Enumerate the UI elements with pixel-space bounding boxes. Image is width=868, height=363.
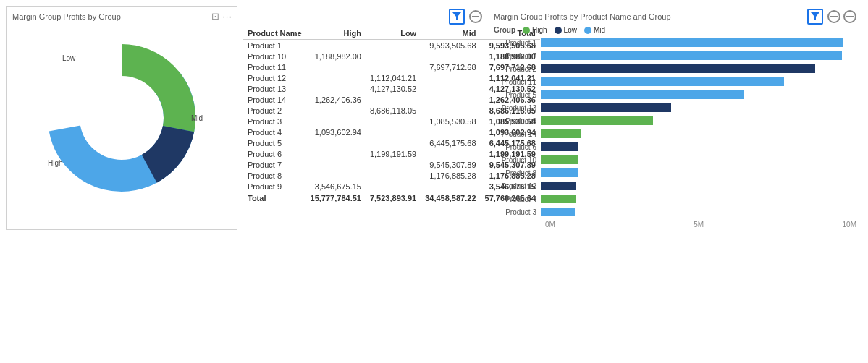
x-axis: 0M 5M 10M bbox=[494, 221, 856, 229]
bar-fill-mid bbox=[541, 38, 843, 47]
cell-low bbox=[366, 159, 421, 170]
bar-track bbox=[541, 181, 856, 191]
legend-group-label: Group bbox=[494, 26, 515, 34]
cell-high: 1,093,602.94 bbox=[306, 127, 366, 137]
bar-no-entry-icon[interactable] bbox=[843, 10, 856, 23]
bar-label: Product 3 bbox=[494, 208, 541, 216]
total-mid: 34,458,587.22 bbox=[421, 192, 480, 204]
donut-panel-toolbar: ⊡ ··· bbox=[211, 11, 232, 22]
cell-mid bbox=[421, 148, 480, 159]
cell-high: 1,262,406.36 bbox=[306, 94, 366, 105]
bar-filter-icon bbox=[811, 12, 819, 21]
cell-product-name: Product 5 bbox=[243, 137, 306, 148]
more-icon[interactable]: ··· bbox=[222, 11, 232, 22]
legend-high-label: High bbox=[48, 159, 63, 167]
bar-label: Product 5 bbox=[494, 91, 541, 99]
x-axis-labels: 0M 5M 10M bbox=[545, 221, 856, 229]
bar-track bbox=[541, 142, 856, 152]
cell-low bbox=[366, 51, 421, 61]
cell-low bbox=[366, 61, 421, 72]
cell-product-name: Product 3 bbox=[243, 116, 306, 127]
col-mid: Mid bbox=[421, 27, 480, 40]
col-high: High bbox=[306, 27, 366, 40]
bar-fill-mid bbox=[541, 208, 575, 216]
bar-clear-filter-icon[interactable] bbox=[827, 10, 840, 23]
cell-low bbox=[366, 127, 421, 137]
bar-legend: Group High Low Mid bbox=[494, 26, 856, 34]
bar-row: Product 8 bbox=[494, 167, 856, 179]
cell-mid bbox=[421, 181, 480, 192]
legend-low-dot bbox=[555, 27, 562, 34]
cell-high: 3,546,675.15 bbox=[306, 181, 366, 192]
bar-chart-panel: Margin Group Profits by Product Name and… bbox=[488, 6, 862, 231]
bar-label: Product 12 bbox=[494, 182, 541, 190]
cell-product-name: Product 4 bbox=[243, 127, 306, 137]
bar-row: Product 4 bbox=[494, 193, 856, 205]
bar-label: Product 7 bbox=[494, 52, 541, 60]
bar-row: Product 5 bbox=[494, 89, 856, 101]
cell-high bbox=[306, 61, 366, 72]
bar-chart-title: Margin Group Profits by Product Name and… bbox=[494, 12, 671, 21]
bar-track bbox=[541, 155, 856, 165]
cell-low bbox=[366, 94, 421, 105]
bar-fill-low bbox=[541, 142, 578, 151]
cell-low bbox=[366, 181, 421, 192]
expand-icon[interactable]: ⊡ bbox=[211, 11, 219, 22]
donut-container: Low High Mid bbox=[12, 24, 231, 212]
bar-row: Product 9 bbox=[494, 115, 856, 127]
clear-filter-icon[interactable] bbox=[469, 10, 482, 23]
cell-high bbox=[306, 148, 366, 159]
cell-mid: 1,176,885.28 bbox=[421, 170, 480, 181]
bar-row: Product 12 bbox=[494, 180, 856, 192]
bar-fill-high bbox=[541, 129, 581, 138]
cell-mid: 7,697,712.68 bbox=[421, 61, 480, 72]
bar-track bbox=[541, 77, 856, 87]
bar-row: Product 7 bbox=[494, 50, 856, 61]
bar-row: Product 1 bbox=[494, 37, 856, 48]
bar-track bbox=[541, 90, 856, 100]
table-panel: Product Name High Low Mid Total Product … bbox=[243, 6, 482, 206]
legend-mid-label: Mid bbox=[191, 114, 203, 122]
total-label: Total bbox=[243, 192, 306, 204]
bar-label: Product 9 bbox=[494, 117, 541, 125]
cell-product-name: Product 10 bbox=[243, 51, 306, 61]
cell-product-name: Product 13 bbox=[243, 83, 306, 94]
bar-filter-button[interactable] bbox=[807, 9, 823, 25]
bar-fill-mid bbox=[541, 51, 842, 60]
bar-label: Product 4 bbox=[494, 195, 541, 203]
cell-high bbox=[306, 83, 366, 94]
bar-row: Product 13 bbox=[494, 102, 856, 114]
donut-chart-panel: Margin Group Profits by Group ⊡ ··· Low … bbox=[6, 6, 237, 230]
cell-product-name: Product 1 bbox=[243, 40, 306, 51]
cell-high bbox=[306, 72, 366, 83]
x-label-5m: 5M bbox=[694, 221, 704, 229]
legend-low-label: Low bbox=[62, 54, 75, 62]
bar-row: Product 2 bbox=[494, 63, 856, 74]
cell-low: 1,112,041.21 bbox=[366, 72, 421, 83]
filter-icon bbox=[452, 12, 461, 21]
svg-marker-5 bbox=[811, 12, 819, 20]
bar-fill-low bbox=[541, 103, 671, 112]
donut-chart-title: Margin Group Profits by Group bbox=[12, 12, 121, 21]
cell-mid bbox=[421, 72, 480, 83]
cell-low bbox=[366, 170, 421, 181]
x-label-10m: 10M bbox=[843, 221, 856, 229]
bar-label: Product 8 bbox=[494, 169, 541, 177]
table-toolbar bbox=[243, 9, 482, 25]
filter-button[interactable] bbox=[449, 9, 465, 25]
cell-low bbox=[366, 116, 421, 127]
cell-mid: 9,545,307.89 bbox=[421, 159, 480, 170]
bar-label: Product 1 bbox=[494, 39, 541, 47]
total-low: 7,523,893.91 bbox=[366, 192, 421, 204]
bar-track bbox=[541, 129, 856, 139]
cell-mid: 9,593,505.68 bbox=[421, 40, 480, 51]
cell-mid bbox=[421, 127, 480, 137]
cell-product-name: Product 11 bbox=[243, 61, 306, 72]
cell-product-name: Product 7 bbox=[243, 159, 306, 170]
cell-product-name: Product 9 bbox=[243, 181, 306, 192]
legend-low-item: Low bbox=[555, 26, 577, 34]
cell-low bbox=[366, 40, 421, 51]
cell-mid bbox=[421, 51, 480, 61]
cell-mid bbox=[421, 83, 480, 94]
cell-product-name: Product 6 bbox=[243, 148, 306, 159]
